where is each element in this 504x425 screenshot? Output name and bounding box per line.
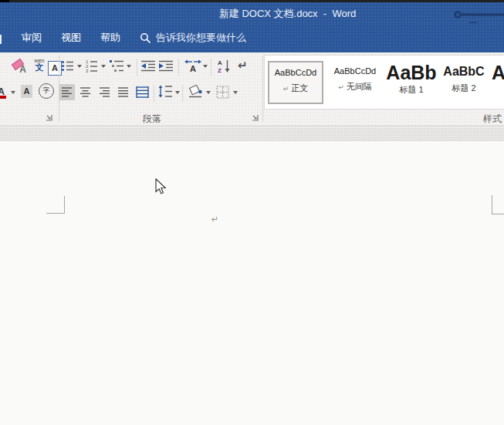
svg-text:3: 3 — [86, 69, 89, 73]
mouse-cursor-arrow — [155, 178, 167, 195]
style-item-clipped[interactable]: A — [492, 61, 504, 101]
paragraph-style-mark: ↵ — [338, 83, 344, 91]
style-name: 标题 1 — [386, 84, 437, 96]
align-center-button[interactable] — [80, 87, 91, 97]
sort-icon: A Z — [218, 59, 232, 73]
svg-text:A: A — [218, 59, 222, 66]
style-preview: AaBbCcDd — [269, 62, 322, 83]
shading-button[interactable] — [188, 85, 205, 99]
title-bar: 新建 DOCX 文档.docx - Word — [0, 2, 504, 23]
paragraph-mark: ↵ — [211, 214, 218, 224]
margin-crop-mark-right — [492, 195, 492, 214]
shading-icon — [188, 85, 205, 99]
multilevel-dropdown-caret[interactable] — [127, 65, 131, 68]
ribbon: A wén 文 A A A 字 — [0, 52, 504, 126]
style-item-no-spacing[interactable]: AaBbCcDd ↵ 无间隔 — [328, 61, 382, 101]
margin-crop-mark-left — [64, 196, 65, 213]
paragraph-style-mark: ↵ — [283, 85, 289, 93]
phonetic-guide-button[interactable]: wén 文 — [32, 58, 47, 75]
justify-icon — [118, 87, 129, 97]
style-preview: AaBb — [386, 61, 437, 84]
multilevel-list-icon — [109, 59, 124, 73]
shading-dropdown-caret[interactable] — [206, 91, 211, 94]
character-shading-icon: A — [21, 85, 32, 98]
show-hide-marks-icon: ↵ — [238, 59, 248, 73]
borders-button[interactable] — [216, 86, 229, 99]
styles-group-label: 样式 — [463, 113, 502, 126]
style-preview: AaBbCcDd — [328, 61, 382, 81]
align-center-icon — [80, 87, 91, 97]
align-right-button[interactable] — [100, 87, 110, 97]
bullets-dropdown-caret[interactable] — [77, 65, 82, 68]
show-hide-marks-button[interactable]: ↵ — [238, 59, 248, 73]
style-item-heading1[interactable]: AaBb 标题 1 — [386, 61, 437, 101]
paragraph-group-label: 段落 — [129, 113, 175, 126]
document-top-gap — [0, 126, 504, 141]
clear-formatting-icon: A — [12, 59, 27, 75]
separator — [137, 59, 137, 76]
margin-crop-mark-right — [492, 214, 504, 214]
sort-button[interactable]: A Z — [218, 59, 232, 73]
multilevel-list-button[interactable] — [109, 59, 124, 73]
search-icon[interactable] — [140, 32, 151, 44]
align-right-icon — [100, 87, 110, 97]
font-color-dropdown-caret[interactable] — [11, 91, 15, 94]
increase-indent-button[interactable] — [159, 60, 174, 72]
numbering-dropdown-caret[interactable] — [101, 65, 106, 68]
document-page[interactable] — [0, 141, 504, 425]
character-border-button[interactable]: A — [48, 61, 62, 76]
style-item-heading2[interactable]: AaBbC 标题 2 — [439, 61, 489, 101]
separator — [211, 59, 211, 76]
align-left-button[interactable] — [62, 87, 73, 97]
font-color-icon: A — [0, 84, 7, 99]
increase-indent-icon — [159, 60, 174, 72]
line-spacing-button[interactable] — [158, 85, 173, 98]
separator — [178, 59, 179, 76]
style-preview: A — [492, 61, 504, 84]
paragraph-dialog-launcher[interactable] — [251, 113, 259, 122]
character-shading-button[interactable]: A — [21, 85, 32, 98]
bullets-button[interactable] — [61, 60, 74, 72]
separator — [182, 85, 183, 102]
clear-formatting-button[interactable]: A — [12, 59, 27, 75]
distribute-icon — [136, 86, 149, 99]
clipped-tab-fragment[interactable] — [0, 35, 2, 44]
group-separator — [262, 56, 263, 122]
numbering-icon: 1 2 3 — [85, 59, 98, 73]
svg-text:Z: Z — [218, 67, 222, 73]
phonetic-guide-icon: wén 文 — [32, 58, 47, 75]
font-dialog-launcher[interactable] — [45, 113, 53, 122]
line-spacing-icon — [158, 85, 173, 98]
tab-review[interactable]: 审阅 — [22, 31, 42, 45]
style-name: 正文 — [291, 83, 308, 93]
style-name: 标题 2 — [439, 83, 489, 94]
distribute-button[interactable] — [136, 86, 149, 99]
align-left-icon — [62, 87, 73, 97]
decrease-indent-icon — [141, 60, 156, 72]
style-name: 无间隔 — [347, 82, 372, 91]
borders-icon — [216, 86, 229, 99]
style-item-normal[interactable]: AaBbCcDd ↵ 正文 — [268, 61, 323, 104]
asian-layout-dropdown-caret[interactable] — [203, 65, 208, 68]
line-spacing-dropdown-caret[interactable] — [175, 91, 180, 94]
decrease-indent-button[interactable] — [141, 60, 156, 72]
enclose-characters-icon: 字 — [39, 83, 54, 99]
tab-help[interactable]: 帮助 — [100, 31, 120, 45]
asian-layout-icon: A — [184, 59, 201, 73]
asian-layout-button[interactable]: A — [184, 59, 201, 73]
character-border-icon: A — [48, 61, 62, 76]
numbering-button[interactable]: 1 2 3 — [85, 59, 98, 73]
ribbon-tab-bar: 审阅 视图 帮助 告诉我你想要做什么 — [0, 23, 504, 52]
bullets-icon — [61, 60, 74, 72]
word-window: 新建 DOCX 文档.docx - Word 审阅 视图 帮助 告诉我你想要做什… — [0, 0, 504, 425]
font-color-bar — [0, 96, 6, 99]
borders-dropdown-caret[interactable] — [233, 91, 238, 94]
font-color-button[interactable]: A — [0, 84, 7, 99]
style-preview: AaBbC — [439, 61, 489, 83]
enclose-characters-button[interactable]: 字 — [39, 83, 54, 99]
tab-view[interactable]: 视图 — [61, 31, 81, 45]
styles-gallery: AaBbCcDd ↵ 正文 AaBbCcDd ↵ 无间隔 AaBb 标题 1 A… — [264, 55, 504, 110]
justify-button[interactable] — [118, 87, 129, 97]
tell-me-box[interactable]: 告诉我你想要做什么 — [156, 31, 246, 45]
margin-crop-mark-left — [46, 213, 65, 214]
